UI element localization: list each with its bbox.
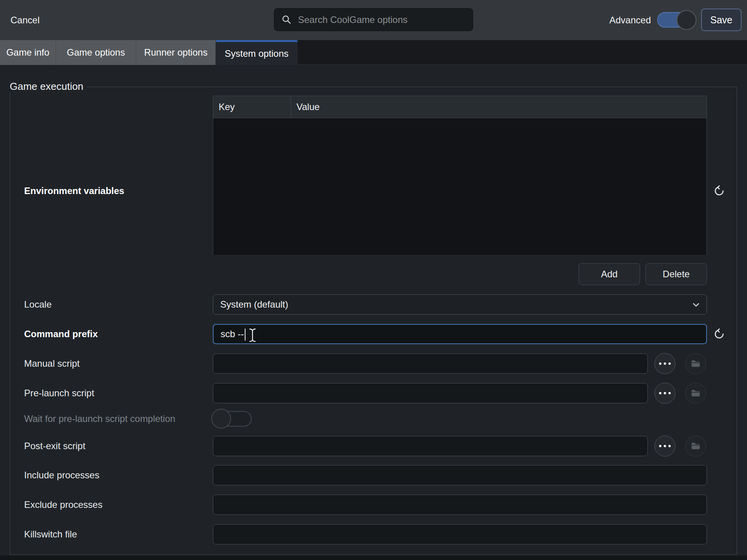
manual-script-open-folder-button[interactable] bbox=[685, 353, 706, 374]
toggle-knob bbox=[677, 10, 696, 30]
locale-label: Locale bbox=[24, 298, 52, 311]
ellipsis-icon bbox=[659, 445, 671, 447]
environment-variables-label: Environment variables bbox=[24, 185, 124, 197]
inactive-tab-group: Game info Game options Runner options bbox=[0, 40, 216, 65]
command-prefix-reset-button[interactable] bbox=[713, 328, 725, 340]
prelaunch-script-label: Pre-launch script bbox=[24, 387, 94, 399]
text-caret bbox=[245, 329, 245, 341]
command-prefix-input-wrap bbox=[213, 324, 707, 344]
folder-icon bbox=[690, 358, 701, 369]
tab-bar: Game info Game options Runner options Sy… bbox=[0, 40, 747, 65]
i-beam-cursor bbox=[248, 327, 257, 343]
ellipsis-icon bbox=[659, 392, 671, 394]
include-processes-input[interactable] bbox=[213, 466, 707, 485]
bottom-edge bbox=[0, 555, 747, 560]
exclude-processes-label: Exclude processes bbox=[24, 499, 102, 511]
wait-prelaunch-label: Wait for pre-launch script completion bbox=[24, 413, 175, 425]
prelaunch-script-browse-button[interactable] bbox=[654, 383, 675, 404]
prelaunch-script-open-folder-button[interactable] bbox=[685, 383, 706, 404]
manual-script-label: Manual script bbox=[24, 357, 80, 370]
search-input[interactable] bbox=[297, 14, 473, 26]
tabbar-baseline bbox=[298, 65, 747, 65]
tab-game-info[interactable]: Game info bbox=[0, 40, 56, 65]
folder-icon bbox=[690, 388, 701, 399]
manual-script-browse-button[interactable] bbox=[654, 353, 675, 374]
env-delete-button[interactable]: Delete bbox=[645, 263, 707, 285]
env-column-value[interactable]: Value bbox=[291, 96, 707, 118]
env-table-header: Key Value bbox=[213, 96, 707, 118]
env-add-button[interactable]: Add bbox=[579, 263, 640, 285]
killswitch-file-label: Killswitch file bbox=[24, 528, 77, 541]
reset-icon bbox=[713, 328, 725, 340]
killswitch-file-input-wrap bbox=[213, 524, 707, 544]
tab-system-options[interactable]: System options bbox=[216, 40, 298, 65]
advanced-label: Advanced bbox=[609, 0, 651, 40]
exclude-processes-input-wrap bbox=[213, 495, 707, 515]
postexit-script-browse-button[interactable] bbox=[654, 436, 675, 457]
prelaunch-script-input[interactable] bbox=[213, 383, 647, 403]
search-icon bbox=[281, 14, 292, 25]
command-prefix-input[interactable] bbox=[214, 325, 706, 343]
postexit-script-input[interactable] bbox=[213, 436, 647, 456]
reset-icon bbox=[713, 185, 725, 197]
env-column-key[interactable]: Key bbox=[213, 96, 291, 118]
manual-script-input-wrap bbox=[213, 354, 648, 374]
cancel-button[interactable]: Cancel bbox=[11, 0, 40, 40]
tab-runner-options[interactable]: Runner options bbox=[136, 40, 216, 65]
postexit-script-label: Post-exit script bbox=[24, 440, 85, 452]
toggle-knob bbox=[211, 409, 231, 429]
advanced-toggle[interactable] bbox=[657, 10, 696, 30]
env-table-body[interactable] bbox=[213, 118, 707, 255]
locale-selected-value: System (default) bbox=[220, 299, 288, 310]
tab-game-options[interactable]: Game options bbox=[56, 40, 136, 65]
ellipsis-icon bbox=[659, 362, 671, 365]
search-box[interactable] bbox=[274, 8, 473, 31]
save-button[interactable]: Save bbox=[701, 9, 742, 31]
include-processes-input-wrap bbox=[213, 465, 707, 485]
folder-icon bbox=[690, 441, 701, 452]
env-reset-button[interactable] bbox=[713, 185, 725, 197]
game-config-dialog: Cancel Advanced Save Game info Game opti… bbox=[0, 0, 747, 560]
locale-dropdown[interactable]: System (default) bbox=[213, 294, 707, 315]
command-prefix-label: Command prefix bbox=[24, 328, 98, 340]
include-processes-label: Include processes bbox=[24, 469, 99, 481]
manual-script-input[interactable] bbox=[213, 354, 647, 373]
postexit-script-input-wrap bbox=[213, 436, 648, 456]
top-bar: Cancel Advanced Save bbox=[0, 0, 747, 40]
killswitch-file-input[interactable] bbox=[213, 525, 707, 544]
exclude-processes-input[interactable] bbox=[213, 495, 707, 514]
environment-variables-table[interactable]: Key Value bbox=[213, 96, 707, 255]
section-legend: Game execution bbox=[10, 80, 87, 93]
prelaunch-script-input-wrap bbox=[213, 383, 648, 403]
wait-prelaunch-toggle[interactable] bbox=[211, 408, 252, 429]
chevron-down-icon bbox=[691, 300, 701, 310]
postexit-script-open-folder-button[interactable] bbox=[685, 436, 706, 457]
